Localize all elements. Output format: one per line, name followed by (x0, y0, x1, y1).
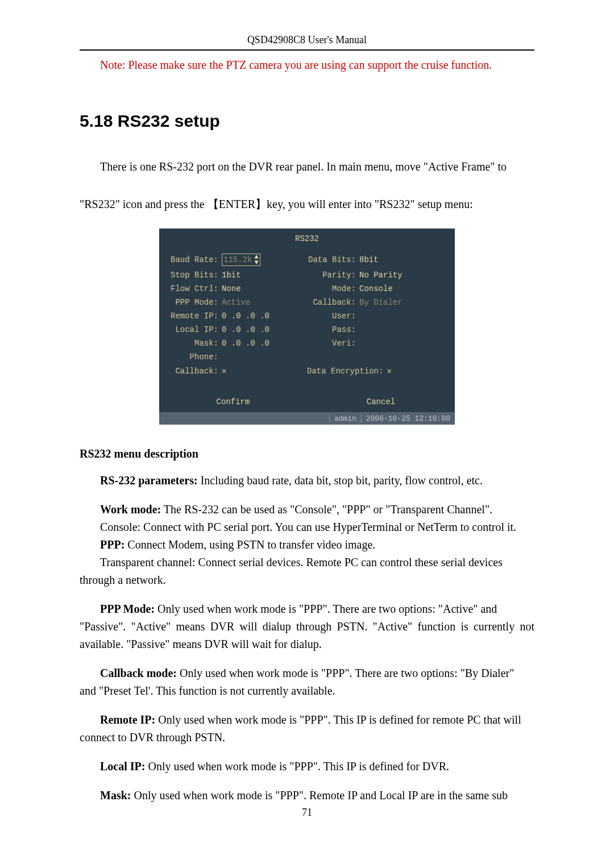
para-remote-ip-cont: connect to DVR through PSTN. (80, 729, 534, 746)
para-ppp-mode-cont: "Passive". "Active" means DVR will dialu… (80, 618, 534, 653)
bold-ppp-mode: PPP Mode: (100, 603, 155, 615)
bold-callback-mode: Callback mode: (100, 667, 177, 679)
para-transparent-cont: through a network. (80, 571, 534, 589)
text-remote-ip: Only used when work mode is "PPP". This … (155, 713, 521, 726)
callback-checkbox[interactable]: ✕ (222, 366, 226, 376)
status-user: admin (329, 414, 362, 423)
data-bits-label: Data Bits: (307, 255, 356, 264)
para-remote-ip: Remote IP: Only used when work mode is "… (80, 711, 534, 729)
parity-label: Parity: (307, 271, 356, 280)
callback-mode-value[interactable]: By Dialer (359, 298, 403, 307)
bold-remote-ip: Remote IP: (100, 713, 155, 726)
para-rs232-parameters: RS-232 parameters: Including baud rate, … (80, 472, 534, 489)
mode-value[interactable]: Console (359, 284, 393, 293)
data-encryption-label: Data Encryption: (307, 367, 383, 376)
text-ppp: Connect Modem, using PSTN to transfer vi… (125, 538, 375, 551)
running-header: QSD42908C8 User's Manual (80, 34, 534, 51)
submenu-description-heading: RS232 menu description (80, 447, 534, 460)
dvr-screenshot: RS232 Baud Rate: 115.2k ▲▼ Data Bits: 8b… (80, 229, 534, 425)
baud-rate-select[interactable]: 115.2k ▲▼ (222, 254, 260, 266)
bold-work-mode: Work mode: (100, 503, 161, 516)
callback-mode-label: Callback: (307, 298, 356, 307)
flow-ctrl-value[interactable]: None (222, 284, 241, 293)
local-ip-value[interactable]: 0 .0 .0 .0 (222, 325, 269, 334)
para-local-ip: Local IP: Only used when work mode is "P… (80, 758, 534, 775)
mask-value[interactable]: 0 .0 .0 .0 (222, 339, 269, 348)
stop-bits-label: Stop Bits: (169, 271, 218, 280)
flow-ctrl-label: Flow Ctrl: (169, 284, 218, 293)
text-ppp-mode: Only used when work mode is "PPP". There… (155, 603, 497, 615)
local-ip-label: Local IP: (169, 325, 218, 334)
text-work-mode: The RS-232 can be used as "Console", "PP… (161, 503, 492, 516)
para-transparent: Transparent channel: Connect serial devi… (80, 554, 534, 571)
bold-ppp: PPP: (100, 538, 125, 551)
baud-rate-label: Baud Rate: (169, 255, 218, 264)
bold-rs232-parameters: RS-232 parameters: (100, 474, 198, 487)
remote-ip-label: Remote IP: (169, 312, 218, 321)
ppp-mode-value[interactable]: Active (222, 298, 250, 307)
confirm-button[interactable]: Confirm (159, 392, 307, 412)
intro-line2: "RS232" icon and press the 【ENTER】key, y… (80, 191, 534, 217)
para-callback-mode-cont: and "Preset Tel'. This function is not c… (80, 682, 534, 700)
remote-ip-value[interactable]: 0 .0 .0 .0 (222, 312, 269, 321)
veri-label: Veri: (307, 339, 356, 348)
ppp-mode-label: PPP Mode: (169, 298, 218, 307)
user-label: User: (307, 312, 356, 321)
intro-line1: There is one RS-232 port on the DVR rear… (80, 153, 534, 180)
status-bar: admin 2006-10-25 12:10:00 (159, 412, 455, 425)
data-bits-value[interactable]: 8bit (359, 255, 379, 264)
bold-mask: Mask: (100, 789, 131, 801)
cancel-button[interactable]: Cancel (307, 392, 455, 412)
page-number: 71 (80, 807, 534, 819)
parity-value[interactable]: No Parity (359, 271, 403, 280)
para-ppp: PPP: Connect Modem, using PSTN to transf… (80, 536, 534, 554)
bold-local-ip: Local IP: (100, 760, 145, 773)
para-callback-mode: Callback mode: Only used when work mode … (80, 665, 534, 682)
para-work-mode: Work mode: The RS-232 can be used as "Co… (80, 501, 534, 518)
data-encryption-checkbox[interactable]: ✕ (387, 366, 391, 376)
dvr-title: RS232 (159, 229, 455, 251)
pass-label: Pass: (307, 325, 356, 334)
baud-rate-value: 115.2k (223, 255, 252, 264)
phone-label: Phone: (169, 352, 218, 362)
text-mask: Only used when work mode is "PPP". Remot… (131, 789, 508, 801)
mask-label: Mask: (169, 339, 218, 348)
note-text: Note: Please make sure the PTZ camera yo… (80, 59, 534, 72)
text-rs232-parameters: Including baud rate, data bit, stop bit,… (198, 474, 483, 487)
mode-label: Mode: (307, 284, 356, 293)
section-heading: 5.18 RS232 setup (80, 111, 534, 131)
text-local-ip: Only used when work mode is "PPP". This … (145, 760, 449, 773)
para-mask: Mask: Only used when work mode is "PPP".… (80, 787, 534, 804)
para-ppp-mode: PPP Mode: Only used when work mode is "P… (80, 600, 534, 618)
text-callback-mode: Only used when work mode is "PPP". There… (177, 667, 514, 679)
rs232-menu-window: RS232 Baud Rate: 115.2k ▲▼ Data Bits: 8b… (159, 229, 455, 425)
status-time: 2006-10-25 12:10:00 (362, 414, 455, 423)
callback-checkbox-label: Callback: (169, 367, 218, 376)
spinner-icon[interactable]: ▲▼ (254, 254, 258, 265)
stop-bits-value[interactable]: 1bit (222, 271, 241, 280)
para-console: Console: Connect with PC serial port. Yo… (80, 518, 534, 536)
